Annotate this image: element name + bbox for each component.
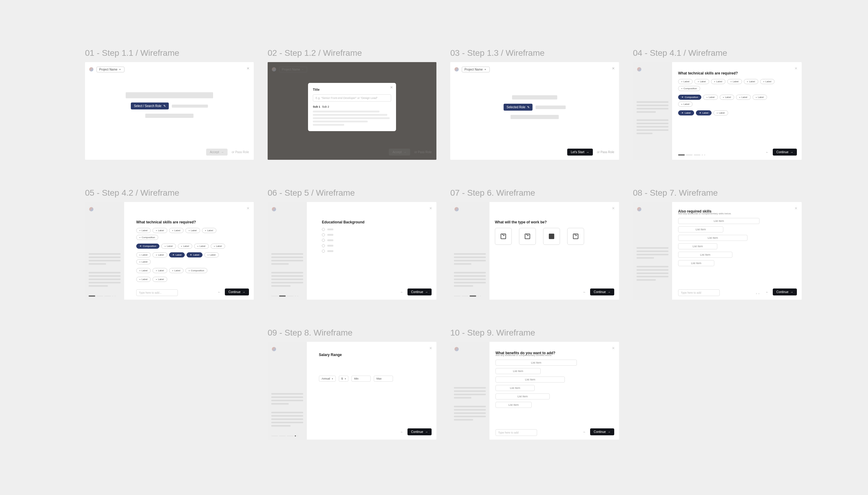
accept-button[interactable]: Accept [206,149,228,156]
work-type-card[interactable] [543,228,560,245]
list-item[interactable]: List Item [496,385,535,391]
continue-button[interactable]: Continue [407,289,432,295]
skill-tag[interactable]: • Label [711,79,726,84]
list-item[interactable]: List Item [678,226,723,233]
skill-tag[interactable]: ✕ Label [678,110,694,116]
continue-button[interactable]: Continue [590,289,614,295]
skill-tag[interactable]: ✕ Composition [136,243,159,249]
skill-tag[interactable]: • Label [678,79,693,84]
continue-button[interactable]: Continue [773,289,797,295]
skill-tag[interactable]: • Label [153,277,167,282]
skill-tag[interactable]: • Label [161,243,176,249]
close-icon[interactable]: ✕ [429,346,432,350]
list-item[interactable]: List Item [678,260,714,266]
add-item-input[interactable]: Type here to add [678,289,720,296]
skill-tag[interactable]: • Label [727,79,742,84]
currency-select[interactable]: $ [339,376,348,382]
skill-tag[interactable]: • Label [703,95,717,100]
list-item[interactable]: List Item [496,360,577,366]
radio-option[interactable] [322,250,430,253]
list-item[interactable]: List Item [496,393,550,399]
skill-tag[interactable]: • Composition [678,86,700,91]
skill-tag[interactable]: • Label [136,252,151,257]
skill-tag[interactable]: • Label [678,102,693,107]
skill-tag[interactable]: • Label [153,268,167,273]
work-type-card[interactable] [519,228,536,245]
skill-tag[interactable]: • Composition [185,268,207,273]
radio-option[interactable] [322,233,430,236]
skill-tag[interactable]: • Label [202,228,216,233]
continue-button[interactable]: Continue [773,149,797,156]
frame-02: 02 - Step 1.2 / Wireframe Project Name ✕… [267,48,436,160]
add-item-input[interactable]: Type here to add [496,429,537,436]
close-icon[interactable]: ✕ [612,346,615,350]
start-button[interactable]: Let's Start [567,149,593,156]
skill-tag[interactable]: • Label [694,79,709,84]
alt-action[interactable]: or Pass Role [597,150,614,154]
work-type-card[interactable] [567,228,584,245]
skill-tag[interactable]: • Label [153,228,167,233]
radio-option[interactable] [322,244,430,247]
skill-tag[interactable]: • Label [136,259,151,264]
prev-button[interactable] [400,290,403,294]
skill-tag[interactable]: • Label [194,243,209,249]
radio-option[interactable] [322,239,430,242]
continue-button[interactable]: Continue [590,428,614,435]
skill-tag[interactable]: • Label [211,243,225,249]
prev-button[interactable] [218,290,221,294]
skill-tag[interactable]: • Label [169,268,184,273]
list-item[interactable]: List Item [678,243,717,249]
skill-tag[interactable]: • Label [744,79,758,84]
role-input[interactable]: E.g. "Senior Front-end Developer" or "De… [313,95,391,102]
project-selector[interactable]: Project Name [97,67,124,72]
skill-tag[interactable]: ✕ Label [169,252,185,257]
period-select[interactable]: Annual [319,376,336,382]
skill-tag[interactable]: • Label [760,79,775,84]
continue-button[interactable]: Continue [225,289,249,295]
prev-button[interactable] [583,430,586,433]
skill-tag[interactable]: • Label [204,252,219,257]
skill-tag[interactable]: • Label [713,110,728,116]
close-icon[interactable]: ✕ [429,206,432,210]
skill-tag[interactable]: • Label [136,268,151,273]
skill-tag[interactable]: ✕ Label [696,110,712,116]
list-item[interactable]: List Item [678,252,732,258]
project-selector[interactable]: Project Name [462,67,490,72]
radio-option[interactable] [322,228,430,231]
close-icon[interactable]: ✕ [612,66,615,70]
skill-tag[interactable]: ✕ Composition [678,95,701,100]
close-icon[interactable]: ✕ [246,66,249,70]
list-item[interactable]: List Item [678,235,747,241]
select-role-button[interactable]: Select / Search Role✎ [131,102,169,109]
skill-tag[interactable]: • Label [136,277,151,282]
max-input[interactable]: Max [374,376,393,382]
work-type-card[interactable] [495,228,512,245]
list-item[interactable]: List Item [496,377,565,382]
list-item[interactable]: List Item [496,402,532,408]
skill-tag[interactable]: • Label [185,228,200,233]
alt-action[interactable]: or Pass Role [232,150,249,154]
skill-tag[interactable]: • Label [752,95,767,100]
skill-tag[interactable]: • Label [153,252,167,257]
close-icon[interactable]: ✕ [390,85,393,89]
skill-tag[interactable]: • Label [136,228,151,233]
list-item[interactable]: List Item [678,218,760,224]
add-skill-input[interactable]: Type here to add... [136,289,178,296]
min-input[interactable]: Min [351,376,371,382]
continue-button[interactable]: Continue [407,428,432,435]
prev-button[interactable] [765,150,768,154]
close-icon[interactable]: ✕ [612,206,615,210]
skill-tag[interactable]: • Label [178,243,192,249]
skill-tag[interactable]: • Label [736,95,750,100]
prev-button[interactable] [400,430,403,433]
close-icon[interactable]: ✕ [246,206,249,210]
skill-tag[interactable]: • Composition [136,235,158,240]
skill-tag[interactable]: ✕ Label [187,252,203,257]
selected-role-button[interactable]: Selected Role✎ [504,104,533,110]
list-item[interactable]: List Item [496,368,541,374]
prev-button[interactable] [765,290,768,294]
skill-tag[interactable]: • Label [720,95,734,100]
prev-button[interactable] [583,290,586,294]
skill-tag[interactable]: • Label [169,228,184,233]
close-icon[interactable]: ✕ [795,66,797,70]
